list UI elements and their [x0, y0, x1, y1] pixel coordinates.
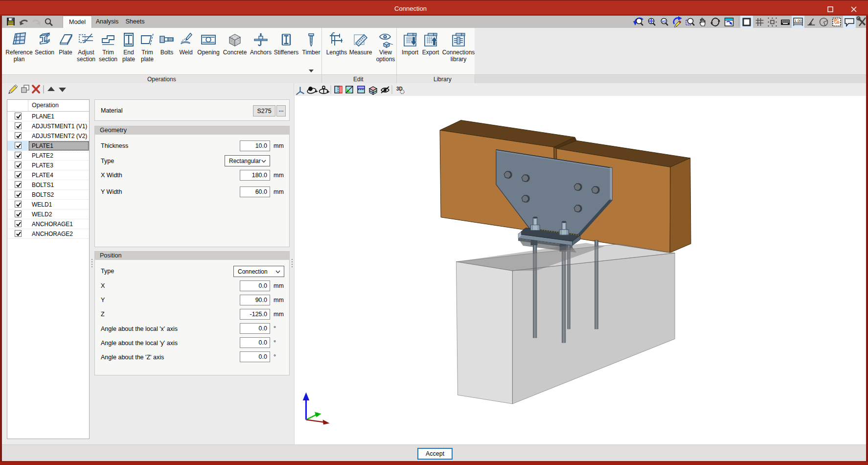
- svg-text:1.00: 1.00: [794, 19, 802, 23]
- svg-text:x2: x2: [662, 19, 666, 23]
- svg-text:3D: 3D: [396, 86, 403, 92]
